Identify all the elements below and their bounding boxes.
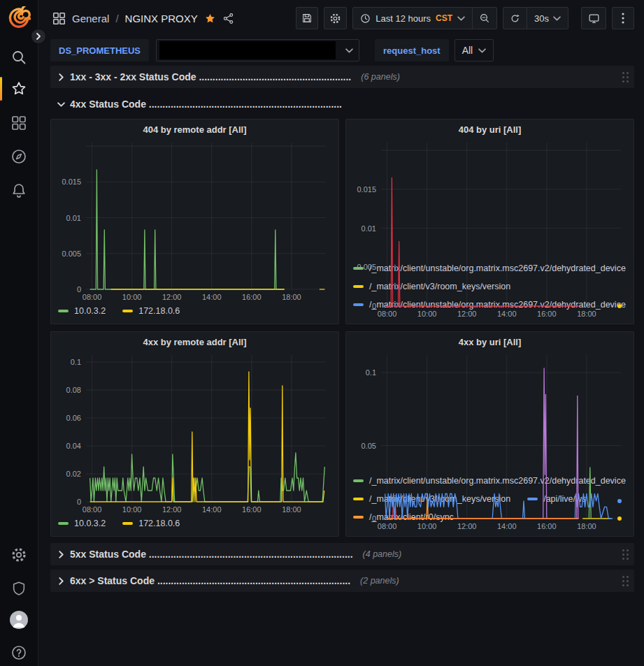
y-tick-label: 0 xyxy=(372,514,376,523)
request-host-variable-select[interactable]: All xyxy=(455,39,494,61)
save-icon xyxy=(301,13,313,24)
refresh-icon xyxy=(510,13,520,24)
panel-404-by-uri: 404 by uri [All] 00.0050.010.01508:0010:… xyxy=(345,119,634,324)
row-header-6xx[interactable]: 6xx > Status Code ......................… xyxy=(50,570,634,592)
dashboard-settings-button[interactable] xyxy=(324,7,347,29)
cycle-view-mode-button[interactable] xyxy=(581,7,606,29)
series-line xyxy=(90,170,284,289)
row-drag-handle[interactable] xyxy=(622,549,629,560)
page-title: NGINX PROXY xyxy=(125,13,198,24)
time-range-picker[interactable]: Last 12 hours CST xyxy=(353,8,472,29)
legend-item[interactable]: 10.0.3.2 xyxy=(58,519,106,528)
sidebar-item-profile[interactable] xyxy=(0,607,38,632)
chart-area[interactable]: 00.0050.010.01508:0010:0012:0014:0016:00… xyxy=(57,138,333,303)
chevron-down-icon xyxy=(478,47,486,55)
datasource-variable-select[interactable] xyxy=(156,39,359,61)
x-tick-label: 16:00 xyxy=(242,505,262,514)
legend-swatch xyxy=(58,310,69,312)
refresh-interval-label: 30s xyxy=(534,13,549,24)
request-host-value: All xyxy=(462,45,473,56)
sidebar-item-explore[interactable] xyxy=(0,144,38,169)
panel-grid: 404 by remote addr [All] 00.0050.010.015… xyxy=(50,119,634,537)
sidebar-item-search[interactable] xyxy=(0,45,38,70)
time-picker-group: Last 12 hours CST xyxy=(352,7,497,29)
row-panel-count: (6 panels) xyxy=(361,72,400,82)
breadcrumb-separator: / xyxy=(115,13,118,24)
refresh-interval-picker[interactable]: 30s xyxy=(527,8,568,29)
y-tick-label: 0.015 xyxy=(357,185,376,194)
share-icon[interactable] xyxy=(222,13,234,24)
user-icon xyxy=(10,611,28,629)
row-title: 1xx - 3xx - 2xx Status Code ............… xyxy=(70,71,351,82)
y-tick-label: 0.04 xyxy=(66,442,81,450)
chart-area[interactable]: 00.0050.010.01508:0010:0012:0014:0016:00… xyxy=(352,138,628,259)
sidebar-item-starred[interactable] xyxy=(0,76,38,101)
request-host-variable-label: request_host xyxy=(375,39,449,61)
more-options-button[interactable] xyxy=(612,7,634,29)
refresh-button[interactable] xyxy=(503,8,527,29)
grafana-logo[interactable] xyxy=(0,6,38,31)
chart-area[interactable]: 00.020.040.060.080.108:0010:0012:0014:00… xyxy=(57,351,333,515)
y-tick-label: 0.005 xyxy=(62,249,81,258)
chart-legend: 10.0.3.2172.18.0.6 xyxy=(57,515,333,532)
chart-canvas[interactable]: 00.0050.010.01508:0010:0012:0014:0016:00… xyxy=(57,138,333,303)
chart-area[interactable]: 00.050.108:0010:0012:0014:0016:0018:00 xyxy=(352,351,628,472)
sidebar-item-configuration[interactable] xyxy=(0,542,38,567)
y-tick-label: 0.02 xyxy=(66,470,81,478)
chart-canvas[interactable]: 00.050.108:0010:0012:0014:0016:0018:00 xyxy=(352,351,628,532)
monitor-icon xyxy=(588,13,600,24)
x-tick-label: 18:00 xyxy=(282,505,301,514)
sidebar-item-alerting[interactable] xyxy=(0,178,38,203)
row-header-4xx[interactable]: 4xx Status Code ........................… xyxy=(50,94,634,115)
sidebar-item-dashboards[interactable] xyxy=(0,110,38,136)
legend-item[interactable]: 10.0.3.2 xyxy=(58,306,106,316)
legend-label: 10.0.3.2 xyxy=(74,519,106,528)
chart-canvas[interactable]: 00.020.040.060.080.108:0010:0012:0014:00… xyxy=(57,351,333,515)
zoom-out-button[interactable] xyxy=(473,8,496,29)
legend-row: 10.0.3.2172.18.0.6 xyxy=(58,303,333,319)
refresh-group: 30s xyxy=(503,7,568,29)
zoom-out-icon xyxy=(479,13,490,24)
row-drag-handle[interactable] xyxy=(622,72,629,82)
save-dashboard-button[interactable] xyxy=(296,7,318,29)
legend-row: 10.0.3.2172.18.0.6 xyxy=(58,515,333,532)
y-tick-label: 0.05 xyxy=(362,442,376,450)
sidebar-expand-button[interactable] xyxy=(31,29,46,44)
favorite-star-icon[interactable] xyxy=(204,13,216,24)
row-panel-count: (2 panels) xyxy=(360,576,399,586)
grafana-logo-icon xyxy=(7,6,31,30)
x-tick-label: 10:00 xyxy=(417,310,437,318)
series-point xyxy=(617,516,622,521)
series-line xyxy=(387,494,579,519)
x-tick-label: 16:00 xyxy=(537,522,557,530)
chart-canvas[interactable]: 00.0050.010.01508:0010:0012:0014:0016:00… xyxy=(352,138,628,319)
sidebar-item-help[interactable] xyxy=(0,640,38,665)
kebab-menu-icon xyxy=(622,13,624,24)
chevron-down-icon xyxy=(457,15,465,22)
sidebar-item-server-admin[interactable] xyxy=(0,576,38,601)
row-title: 6xx > Status Code ......................… xyxy=(70,575,350,586)
legend-item[interactable]: 172.18.0.6 xyxy=(122,306,180,316)
series-line xyxy=(543,368,547,519)
x-tick-label: 18:00 xyxy=(282,293,301,301)
x-tick-label: 18:00 xyxy=(577,310,596,318)
row-drag-handle[interactable] xyxy=(622,576,629,586)
row-header-5xx[interactable]: 5xx Status Code ........................… xyxy=(50,543,634,565)
series-line xyxy=(523,501,525,519)
series-line xyxy=(386,178,578,306)
panel-title[interactable]: 4xx by remote addr [All] xyxy=(57,332,333,351)
panel-4xx-by-uri: 4xx by uri [All] 00.050.108:0010:0012:00… xyxy=(345,331,634,537)
x-tick-label: 16:00 xyxy=(242,293,262,301)
legend-item[interactable]: 172.18.0.6 xyxy=(122,519,180,528)
row-header-1xx-3xx-2xx[interactable]: 1xx - 3xx - 2xx Status Code ............… xyxy=(50,66,634,88)
legend-label: 172.18.0.6 xyxy=(138,306,180,316)
panel-title[interactable]: 404 by uri [All] xyxy=(352,120,628,138)
y-tick-label: 0.06 xyxy=(66,414,81,422)
series-point xyxy=(617,499,622,503)
chevron-right-icon xyxy=(55,577,67,585)
breadcrumb-folder[interactable]: General xyxy=(72,13,109,24)
panel-title[interactable]: 404 by remote addr [All] xyxy=(57,120,333,138)
panel-title[interactable]: 4xx by uri [All] xyxy=(352,332,628,351)
variables-bar: DS_PROMETHEUS request_host All xyxy=(38,36,644,64)
x-tick-label: 18:00 xyxy=(577,522,596,530)
